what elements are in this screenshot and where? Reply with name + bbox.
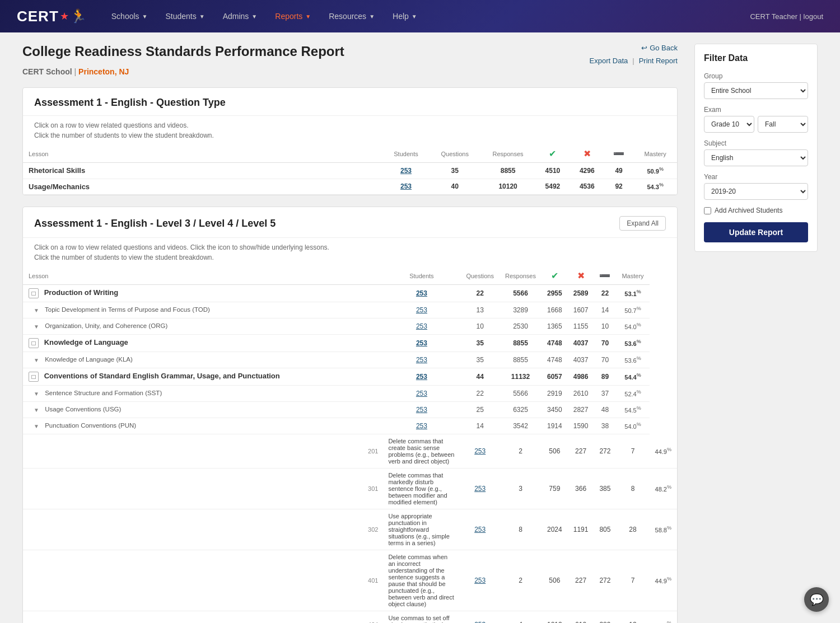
chevron-icon[interactable]: ▼ [32,306,41,315]
gray-cell: 92 [604,179,633,195]
nav-admins[interactable]: Admins ▼ [215,7,265,25]
nav-schools[interactable]: Schools ▼ [104,7,156,25]
nav-admins-arrow: ▼ [251,13,257,20]
lesson-cell: □ Knowledge of Language [23,335,382,352]
filter-subject-select[interactable]: English Math Reading Science [704,149,808,166]
filter-title: Filter Data [704,53,808,63]
students-cell[interactable]: 253 [382,386,460,402]
table-row[interactable]: 404 Use commas to set off simple parenth… [23,611,677,623]
students-cell[interactable]: 253 [382,402,460,418]
col2-red: ✖ [568,267,594,285]
students-link: 253 [416,356,427,364]
table-row[interactable]: □ Knowledge of Language 253 35 8855 4748… [23,335,677,352]
filter-year-select[interactable]: 2019-20 2020-21 2021-22 2022-23 [704,183,808,200]
export-data-link[interactable]: Export Data [590,57,628,65]
table-row[interactable]: ▼ Usage Conventions (USG) 253 25 6325 34… [23,402,677,418]
students-cell[interactable]: 253 [382,368,460,386]
lesson-cell: ▼ Knowledge of Language (KLA) [23,352,382,368]
col-responses: Responses [480,145,535,163]
print-report-link[interactable]: Print Report [639,57,678,65]
chevron-icon[interactable]: ▼ [32,421,41,430]
table-row[interactable]: 301 Delete commas that markedly disturb … [23,469,677,509]
mastery-cell: 50.9% [633,163,677,179]
questions-cell: 44 [460,368,500,386]
green-cell: 2955 [542,285,568,302]
nav-reports[interactable]: Reports ▼ [267,7,319,25]
archived-checkbox[interactable] [704,207,711,214]
table-row[interactable]: ▼ Punctuation Conventions (PUN) 253 14 3… [23,418,677,434]
expand-icon[interactable]: □ [29,372,39,382]
green-cell: 1668 [542,302,568,318]
table-row[interactable]: Usage/Mechanics 253 40 10120 5492 4536 9… [23,179,677,195]
table-row[interactable]: 302 Use appropriate punctuation in strai… [23,509,677,550]
red-cell: 4986 [568,368,594,386]
logo[interactable]: CERT★🏃 [17,8,87,25]
students-cell[interactable]: 253 [382,285,460,302]
table-row[interactable]: □ Conventions of Standard English Gramma… [23,368,677,386]
chevron-icon[interactable]: ▼ [32,355,41,364]
chat-widget[interactable]: 💬 [804,587,829,612]
filter-group-select[interactable]: Entire School Grade 9 Grade 10 Grade 11 … [704,82,808,99]
mastery-cell: 58.8% [650,509,677,550]
expand-icon[interactable]: □ [29,338,39,348]
students-cell[interactable]: 253 [382,418,460,434]
filter-grade-select[interactable]: Grade 9 Grade 10 Grade 11 Grade 12 [704,116,754,133]
col2-responses: Responses [500,267,542,285]
main-content: College Readiness Standards Performance … [0,32,840,623]
section2-table: Lesson Students Questions Responses ✔ ✖ … [23,267,677,623]
filter-exam-inline: Grade 9 Grade 10 Grade 11 Grade 12 Fall … [704,116,808,133]
table-row[interactable]: 201 Delete commas that create basic sens… [23,434,677,469]
nav-resources[interactable]: Resources ▼ [321,7,382,25]
table-row[interactable]: ▼ Sentence Structure and Formation (SST)… [23,386,677,402]
students-cell[interactable]: 253 [382,318,460,335]
red-cell: 1155 [568,318,594,335]
students-cell[interactable]: 253 [382,163,429,179]
lesson-cell: ▼ Usage Conventions (USG) [23,402,382,418]
responses-cell: 2024 [542,509,568,550]
update-report-button[interactable]: Update Report [704,222,808,242]
students-cell[interactable]: 253 [382,352,460,368]
students-cell[interactable]: 253 [460,509,500,550]
chevron-icon[interactable]: ▼ [32,389,41,398]
mastery-cell: 50.7% [616,302,649,318]
header-actions: ↩ Go Back Export Data | Print Report [590,44,678,65]
section2-table-body: □ Production of Writing 253 22 5566 2955… [23,285,677,623]
students-cell[interactable]: 253 [460,611,500,623]
table-row[interactable]: Rhetorical Skills 253 35 8855 4510 4296 … [23,163,677,179]
logout-link[interactable]: logout [804,12,823,21]
mastery-cell: 48.2% [650,469,677,509]
students-cell[interactable]: 253 [460,469,500,509]
green-cell: 2919 [542,386,568,402]
col2-mastery: Mastery [616,267,649,285]
table-row[interactable]: 401 Delete commas when an incorrect unde… [23,550,677,611]
nav-help[interactable]: Help ▼ [385,7,425,25]
students-cell[interactable]: 253 [382,179,429,195]
students-cell[interactable]: 253 [382,335,460,352]
expand-icon[interactable]: □ [29,288,39,298]
section1-table: Lesson Students Questions Responses ✔ ✖ … [23,145,677,195]
col-red: ✖ [570,145,604,163]
section1-header: Assessment 1 - English - Question Type [23,88,677,116]
students-cell[interactable]: 253 [460,550,500,611]
green-cell: 4748 [542,335,568,352]
table-row[interactable]: ▼ Organization, Unity, and Coherence (OR… [23,318,677,335]
expand-all-button[interactable]: Expand All [619,216,666,231]
questions-cell: 25 [460,402,500,418]
table-row[interactable]: ▼ Topic Development in Terms of Purpose … [23,302,677,318]
header-user: CERT Teacher | logout [750,12,823,21]
table-row[interactable]: ▼ Knowledge of Language (KLA) 253 35 885… [23,352,677,368]
questions-cell: 22 [460,386,500,402]
gray-cell: 70 [594,335,616,352]
table-row[interactable]: □ Production of Writing 253 22 5566 2955… [23,285,677,302]
chevron-icon[interactable]: ▼ [32,405,41,414]
filter-term-select[interactable]: Fall Spring [758,116,808,133]
nav-students[interactable]: Students ▼ [158,7,213,25]
students-cell[interactable]: 253 [382,302,460,318]
students-link: 253 [474,577,486,584]
go-back-link[interactable]: ↩ Go Back [641,44,678,52]
filter-box: Filter Data Group Entire School Grade 9 … [694,44,818,252]
students-cell[interactable]: 253 [460,434,500,469]
gray-cell: 37 [594,386,616,402]
mastery-cell: 52.4% [616,386,649,402]
chevron-icon[interactable]: ▼ [32,322,41,331]
